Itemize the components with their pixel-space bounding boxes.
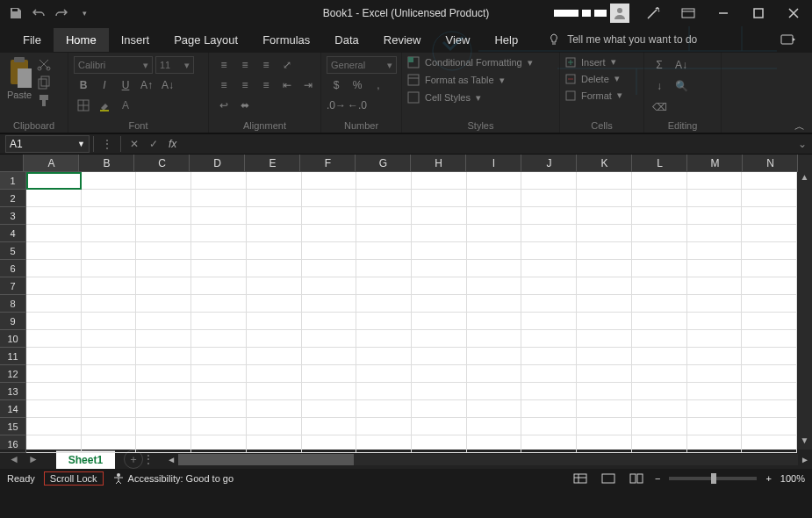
cell[interactable] bbox=[247, 225, 302, 242]
cell[interactable] bbox=[302, 172, 357, 190]
cell[interactable] bbox=[521, 383, 577, 400]
cell[interactable] bbox=[191, 277, 247, 295]
cell[interactable] bbox=[136, 225, 191, 242]
cell[interactable] bbox=[82, 418, 137, 435]
cell[interactable] bbox=[687, 435, 743, 453]
fill-icon[interactable]: ↓ bbox=[650, 77, 669, 95]
cell[interactable] bbox=[302, 295, 357, 313]
sheet-nav-prev-icon[interactable]: ◄ bbox=[9, 453, 19, 465]
cell[interactable] bbox=[742, 435, 797, 453]
cell[interactable] bbox=[412, 435, 467, 453]
cell[interactable] bbox=[247, 348, 302, 365]
cell[interactable] bbox=[247, 418, 302, 435]
cell[interactable] bbox=[302, 400, 357, 418]
cancel-formula-icon[interactable]: ✕ bbox=[125, 138, 144, 150]
cell[interactable] bbox=[302, 260, 357, 277]
row-header-14[interactable]: 14 bbox=[0, 400, 26, 418]
cell[interactable] bbox=[26, 277, 82, 295]
cell[interactable] bbox=[136, 435, 191, 453]
cell[interactable] bbox=[356, 313, 412, 330]
share-button[interactable] bbox=[780, 32, 796, 47]
cell[interactable] bbox=[302, 383, 357, 400]
font-color-icon[interactable]: A bbox=[116, 97, 135, 114]
cell[interactable] bbox=[26, 400, 82, 418]
cell[interactable] bbox=[82, 207, 137, 225]
cell[interactable] bbox=[302, 207, 357, 225]
bold-button[interactable]: B bbox=[74, 76, 93, 94]
cell[interactable] bbox=[632, 313, 687, 330]
cell[interactable] bbox=[632, 330, 687, 348]
align-bottom-icon[interactable]: ≡ bbox=[256, 56, 276, 74]
cell[interactable] bbox=[191, 207, 247, 225]
horizontal-scrollbar[interactable]: ◄ ► bbox=[164, 454, 812, 465]
cell[interactable] bbox=[136, 172, 191, 190]
cell[interactable] bbox=[687, 242, 743, 260]
cell[interactable] bbox=[356, 400, 412, 418]
column-header-I[interactable]: I bbox=[466, 155, 521, 172]
cell[interactable] bbox=[82, 190, 137, 207]
cell[interactable] bbox=[82, 400, 137, 418]
minimize-button[interactable] bbox=[712, 2, 735, 25]
status-accessibility[interactable]: Accessibility: Good to go bbox=[112, 472, 234, 485]
cell[interactable] bbox=[742, 400, 797, 418]
column-header-G[interactable]: G bbox=[356, 155, 411, 172]
cell[interactable] bbox=[521, 400, 577, 418]
increase-decimal-icon[interactable]: .0→ bbox=[327, 97, 346, 114]
cell[interactable] bbox=[247, 330, 302, 348]
cell[interactable] bbox=[467, 295, 522, 313]
cell[interactable] bbox=[521, 365, 577, 383]
cell[interactable] bbox=[26, 190, 82, 207]
row-header-11[interactable]: 11 bbox=[0, 348, 26, 365]
cell[interactable] bbox=[302, 242, 357, 260]
tab-review[interactable]: Review bbox=[371, 28, 434, 52]
cell[interactable] bbox=[191, 190, 247, 207]
scroll-right-icon[interactable]: ► bbox=[798, 455, 812, 464]
cell[interactable] bbox=[191, 348, 247, 365]
tab-splitter-icon[interactable]: ⋮ bbox=[143, 453, 154, 465]
fx-label[interactable]: fx bbox=[169, 138, 176, 150]
cell[interactable] bbox=[521, 330, 577, 348]
cell[interactable] bbox=[247, 383, 302, 400]
enter-formula-icon[interactable]: ✓ bbox=[144, 138, 163, 150]
delete-cells-button[interactable]: Delete▾ bbox=[565, 73, 620, 84]
cell[interactable] bbox=[467, 418, 522, 435]
font-name-combo[interactable]: Calibri▾ bbox=[74, 56, 153, 74]
cell[interactable] bbox=[742, 207, 797, 225]
cell[interactable] bbox=[467, 435, 522, 453]
cell[interactable] bbox=[742, 418, 797, 435]
cell[interactable] bbox=[412, 418, 467, 435]
cell[interactable] bbox=[191, 260, 247, 277]
currency-icon[interactable]: $ bbox=[327, 76, 346, 94]
cell[interactable] bbox=[577, 277, 632, 295]
cell[interactable] bbox=[632, 242, 687, 260]
cell[interactable] bbox=[742, 190, 797, 207]
maximize-button[interactable] bbox=[747, 2, 770, 25]
cell[interactable] bbox=[467, 242, 522, 260]
zoom-level[interactable]: 100% bbox=[780, 473, 805, 484]
row-header-2[interactable]: 2 bbox=[0, 190, 26, 207]
cell[interactable] bbox=[247, 260, 302, 277]
select-all-corner[interactable] bbox=[0, 155, 24, 172]
row-header-10[interactable]: 10 bbox=[0, 330, 26, 348]
clear-icon[interactable]: ⌫ bbox=[650, 98, 669, 116]
zoom-slider[interactable] bbox=[669, 477, 757, 480]
cell[interactable] bbox=[687, 400, 743, 418]
cell[interactable] bbox=[577, 207, 632, 225]
cell[interactable] bbox=[247, 313, 302, 330]
cell[interactable] bbox=[577, 295, 632, 313]
page-break-view-icon[interactable] bbox=[627, 471, 646, 486]
cell[interactable] bbox=[136, 260, 191, 277]
cell[interactable] bbox=[412, 383, 467, 400]
cell[interactable] bbox=[467, 172, 522, 190]
cell[interactable] bbox=[191, 313, 247, 330]
normal-view-icon[interactable] bbox=[571, 471, 590, 486]
tab-help[interactable]: Help bbox=[482, 28, 530, 52]
cell[interactable] bbox=[356, 365, 412, 383]
sort-filter-icon[interactable]: A↓ bbox=[672, 56, 691, 74]
cell[interactable] bbox=[136, 295, 191, 313]
cell[interactable] bbox=[356, 260, 412, 277]
cell[interactable] bbox=[577, 348, 632, 365]
cell[interactable] bbox=[191, 400, 247, 418]
cell[interactable] bbox=[302, 348, 357, 365]
cell[interactable] bbox=[356, 330, 412, 348]
